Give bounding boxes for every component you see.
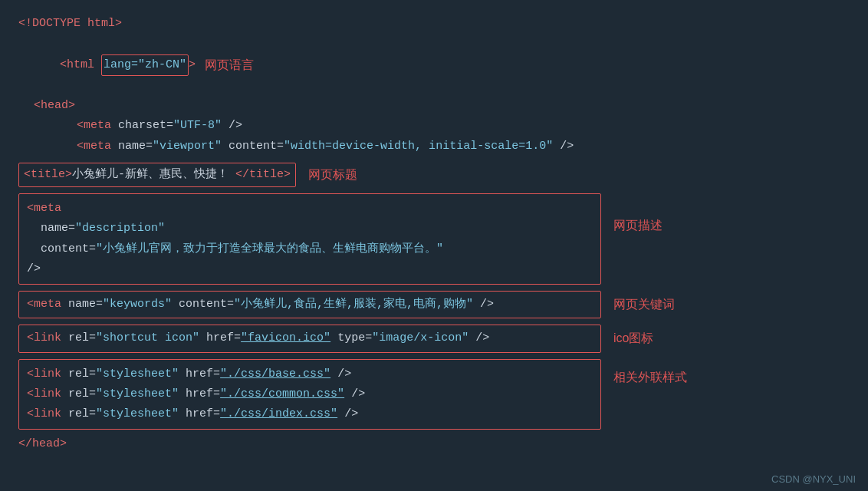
meta-desc-line4: /> (27, 259, 593, 279)
blank-line-4 (18, 318, 850, 325)
link-css-annotation: 相关外联样式 (613, 367, 687, 388)
meta-kw-wrapper: <meta name="keywords" content="小兔鲜儿,食品,生… (18, 291, 850, 318)
head-close-tag: </head> (18, 434, 67, 454)
link-ico-box: <link rel="shortcut icon" href="favicon.… (18, 325, 601, 352)
lang-annotation: 网页语言 (205, 54, 254, 76)
meta-desc-annotation-wrap: 网页描述 (613, 193, 663, 236)
link-css-annotation-wrap: 相关外联样式 (613, 359, 687, 388)
head-open-tag: <head> (34, 96, 75, 116)
doctype-tag: <!DOCTYPE html> (18, 14, 122, 34)
meta-desc-line3: content="小兔鲜儿官网，致力于打造全球最大的食品、生鲜电商购物平台。" (27, 239, 593, 259)
blank-line-3 (18, 285, 850, 291)
line-html-tag: <html lang="zh-CN"> 网页语言 (18, 34, 850, 96)
blank-line-5 (18, 353, 850, 359)
line-doctype: <!DOCTYPE html> (18, 14, 850, 34)
link-ico-wrapper: <link rel="shortcut icon" href="favicon.… (18, 325, 850, 352)
title-annotation: 网页标题 (308, 164, 357, 186)
title-box: <title>小兔鲜儿-新鲜、惠民、快捷！ </title> (18, 163, 296, 187)
meta-desc-wrapper: <meta name="description" content="小兔鲜儿官网… (18, 193, 850, 285)
link-ico-annotation: ico图标 (613, 328, 653, 349)
meta-kw-line: <meta name="keywords" content="小兔鲜儿,食品,生… (27, 295, 593, 315)
link-css-line1: <link rel="stylesheet" href="./css/base.… (27, 364, 593, 384)
link-css-line3: <link rel="stylesheet" href="./css/index… (27, 404, 593, 424)
meta-desc-line2: name="description" (27, 219, 593, 239)
line-title: <title>小兔鲜儿-新鲜、惠民、快捷！ </title> 网页标题 (18, 163, 850, 187)
watermark: CSDN @NYX_UNI (771, 473, 856, 485)
meta-desc-line1: <meta (27, 199, 593, 219)
meta-kw-box: <meta name="keywords" content="小兔鲜儿,食品,生… (18, 291, 601, 318)
line-meta-viewport: <meta name="viewport" content="width=dev… (18, 137, 850, 157)
line-head-open: <head> (18, 96, 850, 116)
meta-desc-annotation: 网页描述 (613, 215, 663, 236)
html-open: <html lang="zh-CN"> (18, 34, 196, 96)
code-block: <!DOCTYPE html> <html lang="zh-CN"> 网页语言… (0, 0, 868, 469)
meta-kw-annotation: 网页关键词 (613, 294, 675, 315)
line-meta-charset: <meta charset="UTF-8" /> (18, 116, 850, 136)
link-ico-line: <link rel="shortcut icon" href="favicon.… (27, 328, 593, 348)
link-css-line2: <link rel="stylesheet" href="./css/commo… (27, 384, 593, 404)
line-head-close: </head> (18, 434, 850, 454)
link-css-box: <link rel="stylesheet" href="./css/base.… (18, 359, 601, 430)
meta-desc-box: <meta name="description" content="小兔鲜儿官网… (18, 193, 601, 285)
blank-line-2 (18, 187, 850, 193)
blank-line-1 (18, 157, 850, 163)
link-css-wrapper: <link rel="stylesheet" href="./css/base.… (18, 359, 850, 430)
